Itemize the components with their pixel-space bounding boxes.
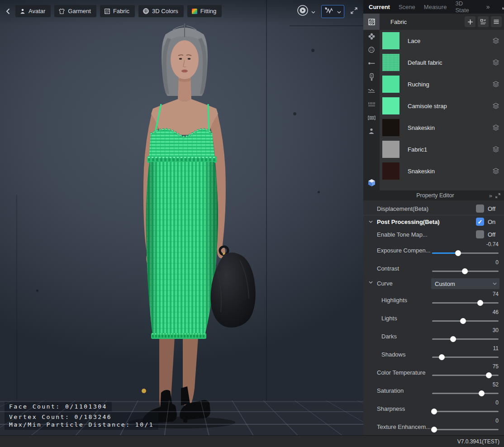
property-label: Sharpness [377,405,405,412]
buckle-icon[interactable] [367,114,376,122]
shirring-icon[interactable] [367,86,376,95]
checkbox-state: Off [488,205,499,212]
layers-icon[interactable] [492,37,499,44]
slider-track[interactable] [432,302,499,304]
checkbox-state: Off [488,231,499,238]
panel-tab-measure[interactable]: Measure [424,4,447,10]
listview-button[interactable] [478,16,489,27]
fabric-swatch [382,76,399,93]
fabric-icon [104,8,110,14]
layers-icon[interactable] [492,81,499,88]
toolbar-button-3d-colors[interactable]: 3D Colors [138,5,184,17]
viewport-3d-scene[interactable]: Face Count: 0/1101304 Vertex Count: 0/18… [0,0,363,435]
zipper-icon[interactable] [369,73,375,81]
checkbox[interactable]: ✓ [476,218,484,226]
slider-thumb[interactable] [477,300,483,306]
checkbox[interactable] [476,230,484,238]
slider-track[interactable] [432,338,499,340]
layers-icon[interactable] [492,102,499,109]
fabric-swatch [382,162,399,180]
curve-select[interactable]: Custom [431,278,499,289]
fabric-item-snakeskin[interactable]: Snakeskin [380,117,504,138]
slider-value: 52 [493,381,499,388]
property-label: Shadows [381,351,405,358]
back-chevron-button[interactable] [4,5,12,17]
right-panel: CurrentSceneMeasure3D State » Fabric Lac… [363,0,504,435]
pin-icon[interactable] [368,59,376,67]
add-fabric-button[interactable] [465,16,475,27]
cube-3d-icon[interactable] [368,179,376,187]
slider-track[interactable] [432,429,499,430]
fabric-item-fabric1[interactable]: Fabric1 [380,138,504,160]
fabric-name: Snakeskin [408,124,492,131]
slider-value: 30 [493,327,499,333]
panel-tab-current[interactable]: Current [369,4,390,10]
toolbar-button-fabric[interactable]: Fabric [100,5,135,17]
fabric-list: LaceDefault fabricRuchingCamisole strapS… [380,30,504,190]
toolbar-button-garment[interactable]: Garment [54,5,96,17]
expand-editor-icon[interactable] [495,193,500,198]
layers-icon[interactable] [492,124,499,131]
slider-thumb[interactable] [431,409,437,414]
slider-track[interactable] [432,375,499,376]
expand-viewport-button[interactable] [350,7,358,16]
property-row-saturation: 52Saturation [363,381,504,399]
fabric-swatch [382,119,399,136]
slider-track[interactable] [432,252,499,254]
property-row-post-processing-beta: Post Processing(Beta)✓On [363,215,504,228]
menu-button[interactable] [491,16,502,27]
garment-icon [58,8,65,14]
fabric-item-default-fabric[interactable]: Default fabric [380,52,504,73]
slider-track[interactable] [432,320,499,322]
layers-icon[interactable] [492,146,499,153]
slider-thumb[interactable] [439,354,445,360]
slider-thumb[interactable] [479,390,485,396]
property-label: Exposure Compen... [377,247,431,254]
property-row-displacement-beta: Displacement(Beta)Off [363,202,504,215]
slider-thumb[interactable] [486,372,492,378]
collapse-panel-icon[interactable]: » [486,3,490,10]
slider-track[interactable] [432,357,499,358]
property-label: Contrast [377,265,399,272]
fabric-name: Snakeskin [408,168,492,175]
collapse-chevron-icon[interactable] [368,281,373,284]
toolbar-button-fitting[interactable]: Fitting [187,5,222,17]
version-label: V7.0.3941(TEST) [457,438,499,445]
fabric-item-lace[interactable]: Lace [380,30,504,52]
expand-panel-icon[interactable] [502,4,504,10]
slider-thumb[interactable] [450,336,456,342]
slider-value: 0 [495,259,499,266]
viewport-tools [297,5,358,18]
toolbar-button-label: Fabric [113,8,129,14]
slider-track[interactable] [432,271,499,272]
render-record-button[interactable] [297,5,315,18]
fabric-item-ruching[interactable]: Ruching [380,73,504,95]
panel-tab-scene[interactable]: Scene [399,4,415,10]
slider-track[interactable] [432,393,499,394]
layers-icon[interactable] [492,167,499,175]
slider-thumb[interactable] [460,318,466,324]
fabric-item-snakeskin[interactable]: Snakeskin [380,160,504,182]
slider-thumb[interactable] [462,268,468,274]
collapse-editor-icon[interactable]: » [489,192,492,199]
fabric-tab-icon[interactable] [363,14,380,30]
collapse-chevron-icon[interactable] [368,220,373,223]
fabric-swatch [382,32,399,49]
fabric-name: Ruching [408,81,492,88]
slider-thumb[interactable] [431,427,437,433]
clover-icon[interactable] [368,32,376,40]
layers-icon[interactable] [492,59,499,66]
slider-thumb[interactable] [455,250,461,256]
property-label: Texture Enhancem... [377,423,431,430]
checkbox[interactable] [476,204,484,213]
person-icon[interactable] [368,127,375,135]
simulate-tool-button[interactable] [321,5,344,18]
slider-track[interactable] [432,411,499,412]
property-row-contrast: 0Contrast [363,259,504,277]
panel-tab-3d-state[interactable]: 3D State [455,0,469,14]
fabric-item-camisole-strap[interactable]: Camisole strap [380,95,504,117]
toolbar-button-avatar[interactable]: Avatar [15,5,51,17]
button-icon[interactable] [368,46,375,54]
topstitch-icon[interactable] [367,100,376,108]
property-label: Lights [381,315,397,322]
